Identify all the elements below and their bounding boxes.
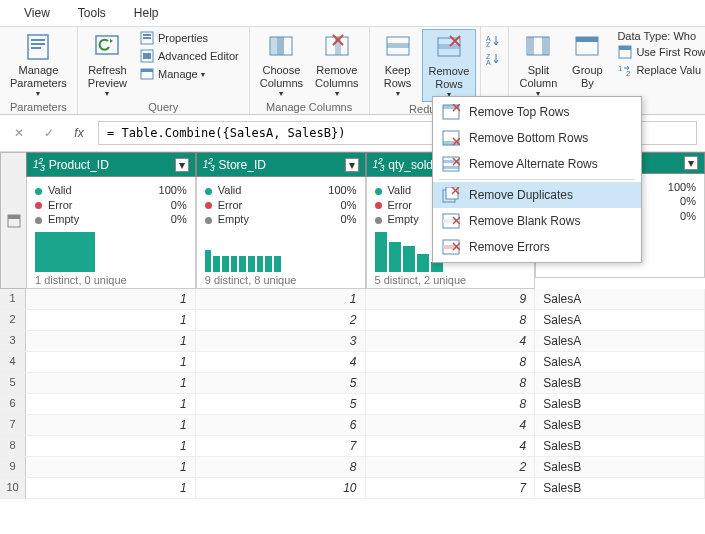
svg-rect-35 <box>619 46 631 50</box>
cell-product[interactable]: 1 <box>26 394 196 414</box>
use-first-row-button[interactable]: Use First Row <box>615 43 705 61</box>
menu-view[interactable]: View <box>10 4 64 22</box>
data-type-button[interactable]: Data Type: Who <box>615 29 698 43</box>
column-header[interactable]: 123 Store_ID ▾ <box>196 152 366 177</box>
cell-product[interactable]: 1 <box>26 289 196 309</box>
table-row[interactable]: 4 1 4 8 SalesA <box>0 352 705 373</box>
remove-duplicates-item[interactable]: Remove Duplicates <box>433 182 641 208</box>
cell-qty[interactable]: 4 <box>366 436 536 456</box>
row-header[interactable]: 4 <box>0 352 26 372</box>
confirm-formula-button[interactable]: ✓ <box>38 122 60 144</box>
cell-store[interactable]: 6 <box>196 415 366 435</box>
cell-type[interactable]: SalesA <box>535 352 705 372</box>
cell-store[interactable]: 5 <box>196 373 366 393</box>
remove-errors-item[interactable]: Remove Errors <box>433 234 641 260</box>
cell-qty[interactable]: 2 <box>366 457 536 477</box>
menu-tools[interactable]: Tools <box>64 4 120 22</box>
advanced-editor-button[interactable]: Advanced Editor <box>137 47 241 65</box>
cell-product[interactable]: 1 <box>26 331 196 351</box>
choose-columns-button[interactable]: Choose Columns▾ <box>254 29 309 100</box>
remove-rows-button[interactable]: Remove Rows▾ <box>422 29 477 102</box>
column-filter-button[interactable]: ▾ <box>345 158 359 172</box>
cell-qty[interactable]: 9 <box>366 289 536 309</box>
cell-store[interactable]: 5 <box>196 394 366 414</box>
remove-bottom-rows-item[interactable]: Remove Bottom Rows <box>433 125 641 151</box>
cell-qty[interactable]: 8 <box>366 373 536 393</box>
cell-product[interactable]: 1 <box>26 478 196 498</box>
cell-store[interactable]: 4 <box>196 352 366 372</box>
table-row[interactable]: 5 1 5 8 SalesB <box>0 373 705 394</box>
remove-blank-rows-item[interactable]: Remove Blank Rows <box>433 208 641 234</box>
histogram-info: 5 distinct, 2 unique <box>375 274 527 286</box>
cell-product[interactable]: 1 <box>26 415 196 435</box>
column-filter-button[interactable]: ▾ <box>175 158 189 172</box>
svg-rect-2 <box>31 43 45 45</box>
cell-type[interactable]: SalesB <box>535 436 705 456</box>
table-row[interactable]: 3 1 3 4 SalesA <box>0 331 705 352</box>
cell-type[interactable]: SalesB <box>535 478 705 498</box>
table-row[interactable]: 1 1 1 9 SalesA <box>0 289 705 310</box>
remove-columns-button[interactable]: Remove Columns▾ <box>309 29 364 100</box>
manage-button[interactable]: Manage ▾ <box>137 65 207 83</box>
menu-help[interactable]: Help <box>120 4 173 22</box>
svg-text:1: 1 <box>618 64 623 73</box>
cell-product[interactable]: 1 <box>26 436 196 456</box>
row-header[interactable]: 9 <box>0 457 26 477</box>
row-header[interactable]: 8 <box>0 436 26 456</box>
row-header[interactable]: 3 <box>0 331 26 351</box>
cell-store[interactable]: 2 <box>196 310 366 330</box>
remove-alternate-rows-item[interactable]: Remove Alternate Rows <box>433 151 641 177</box>
table-row[interactable]: 10 1 10 7 SalesB <box>0 478 705 499</box>
cancel-formula-button[interactable]: ✕ <box>8 122 30 144</box>
cell-product[interactable]: 1 <box>26 457 196 477</box>
cell-store[interactable]: 10 <box>196 478 366 498</box>
cell-product[interactable]: 1 <box>26 373 196 393</box>
properties-button[interactable]: Properties <box>137 29 210 47</box>
table-row[interactable]: 2 1 2 8 SalesA <box>0 310 705 331</box>
cell-qty[interactable]: 7 <box>366 478 536 498</box>
table-row[interactable]: 8 1 7 4 SalesB <box>0 436 705 457</box>
row-header[interactable]: 1 <box>0 289 26 309</box>
cell-qty[interactable]: 8 <box>366 394 536 414</box>
cell-store[interactable]: 8 <box>196 457 366 477</box>
histogram-info: 9 distinct, 8 unique <box>205 274 357 286</box>
group-by-button[interactable]: Group By <box>563 29 611 91</box>
manage-parameters-button[interactable]: Manage Parameters▾ <box>4 29 73 100</box>
table-row[interactable]: 9 1 8 2 SalesB <box>0 457 705 478</box>
cell-product[interactable]: 1 <box>26 310 196 330</box>
refresh-preview-button[interactable]: Refresh Preview▾ <box>82 29 133 100</box>
cell-qty[interactable]: 8 <box>366 310 536 330</box>
table-corner-icon[interactable] <box>0 152 26 289</box>
sort-desc-button[interactable]: ZA <box>485 51 501 67</box>
column-filter-button[interactable]: ▾ <box>684 156 698 170</box>
table-row[interactable]: 6 1 5 8 SalesB <box>0 394 705 415</box>
replace-values-button[interactable]: 12 Replace Valu <box>615 61 703 79</box>
sort-asc-button[interactable]: AZ <box>485 33 501 49</box>
refresh-preview-label: Refresh Preview <box>88 64 127 89</box>
remove-top-rows-item[interactable]: Remove Top Rows <box>433 99 641 125</box>
row-header[interactable]: 6 <box>0 394 26 414</box>
row-header[interactable]: 10 <box>0 478 26 498</box>
split-column-button[interactable]: Split Column▾ <box>513 29 563 100</box>
cell-type[interactable]: SalesB <box>535 415 705 435</box>
keep-rows-button[interactable]: Keep Rows▾ <box>374 29 422 100</box>
choose-columns-icon <box>265 31 297 63</box>
row-header[interactable]: 2 <box>0 310 26 330</box>
cell-type[interactable]: SalesA <box>535 310 705 330</box>
cell-store[interactable]: 3 <box>196 331 366 351</box>
cell-store[interactable]: 7 <box>196 436 366 456</box>
cell-qty[interactable]: 4 <box>366 331 536 351</box>
row-header[interactable]: 5 <box>0 373 26 393</box>
cell-product[interactable]: 1 <box>26 352 196 372</box>
cell-store[interactable]: 1 <box>196 289 366 309</box>
cell-type[interactable]: SalesB <box>535 457 705 477</box>
table-row[interactable]: 7 1 6 4 SalesB <box>0 415 705 436</box>
row-header[interactable]: 7 <box>0 415 26 435</box>
cell-type[interactable]: SalesA <box>535 289 705 309</box>
cell-type[interactable]: SalesB <box>535 394 705 414</box>
cell-type[interactable]: SalesA <box>535 331 705 351</box>
cell-type[interactable]: SalesB <box>535 373 705 393</box>
cell-qty[interactable]: 8 <box>366 352 536 372</box>
cell-qty[interactable]: 4 <box>366 415 536 435</box>
column-header[interactable]: 123 Product_ID ▾ <box>26 152 196 177</box>
